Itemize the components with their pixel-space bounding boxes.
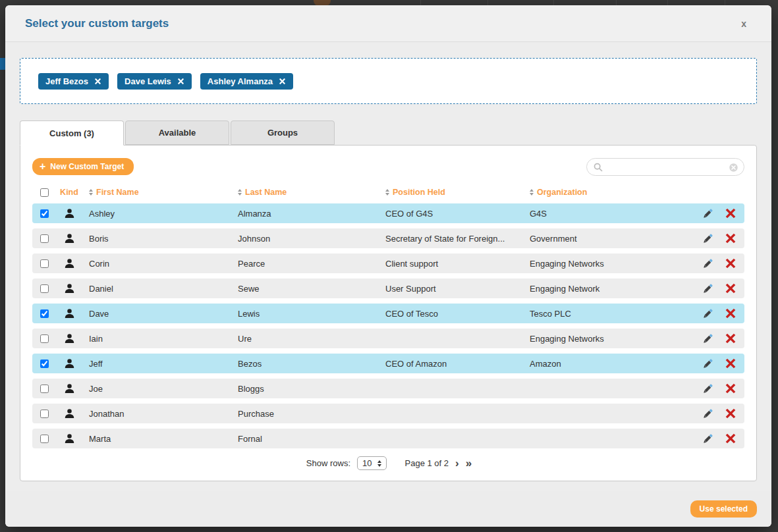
row-checkbox[interactable] — [40, 410, 49, 418]
table-row[interactable]: Ashley Almanza CEO of G4S G4S — [32, 203, 744, 223]
rows-per-page-select[interactable]: 10 — [357, 456, 386, 470]
column-position-held[interactable]: Position Held — [379, 188, 523, 197]
close-icon[interactable]: x — [736, 16, 752, 32]
edit-icon[interactable] — [702, 282, 714, 295]
background-fragment — [0, 58, 5, 70]
sort-icon[interactable] — [385, 189, 389, 196]
column-organization[interactable]: Organization — [523, 188, 688, 197]
remove-chip-icon[interactable] — [177, 78, 184, 85]
column-label: Position Held — [393, 188, 445, 197]
tab-bar: Custom (3) Available Groups — [20, 120, 757, 145]
row-checkbox[interactable] — [40, 359, 49, 368]
new-custom-target-label: New Custom Target — [50, 162, 124, 171]
table-row[interactable]: Jonathan Purchase — [32, 404, 744, 423]
cell-first-name: Iain — [82, 334, 231, 344]
cell-last-name: Johnson — [231, 234, 379, 244]
tab[interactable]: Available — [125, 120, 229, 145]
row-checkbox[interactable] — [40, 284, 49, 293]
table-row[interactable]: Corin Pearce Client support Engaging Net… — [32, 253, 744, 273]
cell-last-name: Ure — [231, 334, 379, 344]
table-row[interactable]: Iain Ure Engaging Networks — [32, 329, 744, 348]
edit-icon[interactable] — [702, 358, 714, 370]
person-icon — [64, 283, 75, 294]
column-label: First Name — [96, 188, 139, 197]
cell-position-held: CEO of G4S — [379, 209, 523, 219]
page-indicator: Page 1 of 2 — [405, 458, 449, 468]
sort-icon[interactable] — [238, 189, 242, 196]
column-last-name[interactable]: Last Name — [231, 188, 379, 197]
cell-organization: Government — [523, 234, 688, 244]
delete-icon[interactable] — [725, 307, 736, 319]
chip-label: Ashley Almanza — [208, 76, 273, 86]
selected-target-chip[interactable]: Dave Lewis — [117, 73, 192, 90]
remove-chip-icon[interactable] — [94, 78, 101, 85]
delete-icon[interactable] — [725, 207, 736, 219]
selected-target-chip[interactable]: Ashley Almanza — [200, 73, 293, 90]
search-input[interactable] — [607, 162, 725, 172]
delete-icon[interactable] — [725, 383, 736, 394]
table-row[interactable]: Boris Johnson Secretary of State for For… — [32, 228, 744, 248]
edit-icon[interactable] — [702, 332, 714, 345]
edit-icon[interactable] — [702, 307, 714, 320]
table-row[interactable]: Jeff Bezos CEO of Amazon Amazon — [32, 354, 744, 373]
row-checkbox[interactable] — [40, 234, 49, 243]
table-row[interactable]: Marta Fornal — [32, 429, 744, 448]
cell-first-name: Daniel — [82, 284, 231, 294]
select-all-checkbox[interactable] — [40, 188, 49, 197]
delete-icon[interactable] — [725, 332, 736, 344]
cell-first-name: Corin — [82, 259, 231, 269]
delete-icon[interactable] — [725, 232, 736, 244]
sort-icon[interactable] — [530, 189, 534, 196]
column-kind[interactable]: Kind — [56, 188, 82, 197]
cell-last-name: Bloggs — [231, 384, 379, 394]
person-icon — [64, 258, 75, 269]
delete-icon[interactable] — [725, 408, 736, 419]
sort-icon[interactable] — [89, 189, 93, 196]
selected-target-chip[interactable]: Jeff Bezos — [38, 73, 109, 90]
panel-toolbar: + New Custom Target — [32, 157, 744, 176]
edit-icon[interactable] — [702, 408, 714, 420]
cell-organization: G4S — [523, 209, 688, 219]
delete-icon[interactable] — [725, 282, 736, 294]
edit-icon[interactable] — [702, 433, 714, 445]
delete-icon[interactable] — [725, 257, 736, 269]
tab[interactable]: Groups — [231, 120, 335, 145]
table-row[interactable]: Dave Lewis CEO of Tesco Tesco PLC — [32, 304, 744, 323]
pagination: Show rows: 10 Page 1 of 2 › » — [32, 456, 744, 470]
edit-icon[interactable] — [702, 207, 714, 220]
table-row[interactable]: Daniel Sewe User Support Engaging Networ… — [32, 279, 744, 298]
column-label: Organization — [537, 188, 587, 197]
person-icon — [64, 383, 75, 394]
edit-icon[interactable] — [702, 232, 714, 245]
next-page-icon[interactable]: › — [455, 458, 459, 469]
remove-chip-icon[interactable] — [279, 78, 286, 85]
row-checkbox[interactable] — [40, 209, 49, 218]
show-rows-label: Show rows: — [306, 458, 350, 468]
delete-icon[interactable] — [725, 433, 736, 444]
delete-icon[interactable] — [725, 358, 736, 369]
row-checkbox[interactable] — [40, 309, 49, 318]
row-checkbox[interactable] — [40, 435, 49, 443]
cell-last-name: Purchase — [231, 409, 379, 419]
table-row[interactable]: Joe Bloggs — [32, 379, 744, 398]
last-page-icon[interactable]: » — [466, 458, 470, 469]
tab[interactable]: Custom (3) — [20, 120, 124, 146]
row-checkbox[interactable] — [40, 259, 49, 268]
modal-footer: Use selected — [5, 491, 771, 527]
use-selected-button[interactable]: Use selected — [690, 500, 757, 518]
cell-position-held: Secretary of State for Foreign... — [379, 234, 523, 244]
edit-icon[interactable] — [702, 257, 714, 270]
cell-organization: Engaging Network — [523, 284, 688, 294]
new-custom-target-button[interactable]: + New Custom Target — [32, 158, 134, 175]
modal-body: Jeff Bezos Dave Lewis — [5, 42, 771, 481]
modal-header: Select your custom targets x — [5, 5, 771, 42]
clear-search-icon[interactable] — [729, 163, 738, 173]
chip-label: Dave Lewis — [125, 76, 171, 86]
cell-first-name: Marta — [82, 434, 231, 444]
edit-icon[interactable] — [702, 383, 714, 395]
row-checkbox[interactable] — [40, 385, 49, 393]
table-header: Kind First Name Last Name Position Held … — [32, 185, 744, 200]
cell-organization: Engaging Networks — [523, 334, 688, 344]
column-first-name[interactable]: First Name — [82, 188, 231, 197]
row-checkbox[interactable] — [40, 334, 49, 343]
